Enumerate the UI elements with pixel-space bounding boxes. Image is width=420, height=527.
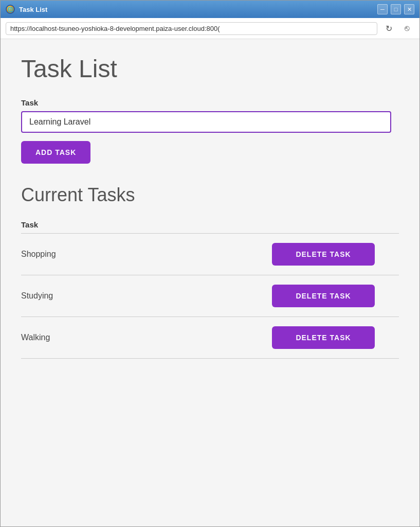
reload-button[interactable]: ↻ (381, 21, 396, 36)
table-header-task: Task (21, 216, 248, 234)
delete-task-button[interactable]: DELETE TASK (272, 243, 375, 266)
add-task-button[interactable]: ADD TASK (21, 141, 90, 164)
browser-window: 🌐 Task List ─ □ ✕ ↻ ⎋ Task List Task ADD… (0, 0, 420, 527)
page-title: Task List (21, 55, 399, 83)
page-content: Task List Task ADD TASK Current Tasks Ta… (1, 39, 419, 526)
table-row: Shopping DELETE TASK (21, 234, 399, 275)
current-tasks-title: Current Tasks (21, 184, 399, 206)
tasks-table: Task Shopping DELETE TASK Studying DELET… (21, 216, 399, 359)
delete-task-button[interactable]: DELETE TASK (272, 285, 375, 307)
table-row: Studying DELETE TASK (21, 275, 399, 317)
current-tasks-section: Current Tasks Task Shopping DELETE TASK … (21, 184, 399, 359)
task-action-cell: DELETE TASK (248, 234, 399, 275)
task-name: Shopping (21, 234, 248, 275)
url-input[interactable] (6, 22, 377, 35)
task-action-cell: DELETE TASK (248, 275, 399, 317)
close-button[interactable]: ✕ (404, 4, 414, 14)
title-bar-left: 🌐 Task List (6, 5, 47, 14)
task-name: Studying (21, 275, 248, 317)
delete-task-button[interactable]: DELETE TASK (272, 326, 375, 349)
add-task-form: Task ADD TASK (21, 98, 399, 164)
task-input[interactable] (21, 111, 391, 133)
address-bar: ↻ ⎋ (1, 18, 419, 39)
task-name: Walking (21, 317, 248, 359)
minimize-button[interactable]: ─ (377, 4, 388, 14)
window-title: Task List (19, 6, 47, 13)
task-action-cell: DELETE TASK (248, 317, 399, 359)
table-row: Walking DELETE TASK (21, 317, 399, 359)
table-header-action (248, 216, 399, 234)
title-bar: 🌐 Task List ─ □ ✕ (1, 1, 419, 18)
open-button[interactable]: ⎋ (400, 21, 414, 36)
window-controls: ─ □ ✕ (377, 4, 414, 14)
task-label: Task (21, 98, 399, 107)
browser-icon: 🌐 (6, 5, 15, 14)
maximize-button[interactable]: □ (391, 4, 401, 14)
